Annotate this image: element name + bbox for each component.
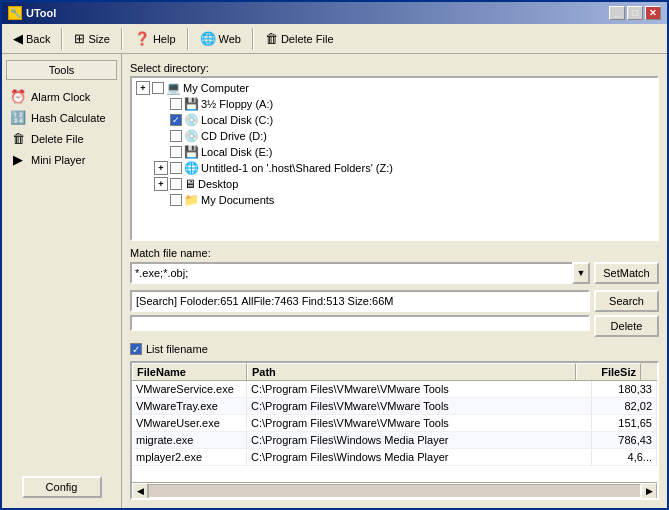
minimize-button[interactable]: _	[609, 6, 625, 20]
sidebar-header: Tools	[6, 60, 117, 80]
sidebar-item-alarm-clock[interactable]: ⏰ Alarm Clock	[2, 86, 121, 107]
toolbar-sep-3	[187, 28, 189, 50]
checkbox-local-c[interactable]: ✓	[170, 114, 182, 126]
cell-path: C:\Program Files\Windows Media Player	[247, 449, 592, 465]
title-bar-buttons: _ □ ✕	[609, 6, 661, 20]
checkbox-my-computer[interactable]	[152, 82, 164, 94]
scroll-right-button[interactable]: ▶	[641, 483, 657, 499]
tree-item-cd-d[interactable]: 💿 CD Drive (D:)	[134, 128, 655, 144]
delete-file-toolbar-button[interactable]: 🗑 Delete File	[258, 28, 341, 49]
sidebar-item-mini-player[interactable]: ▶ Mini Player	[2, 149, 121, 170]
delete-file-toolbar-icon: 🗑	[265, 31, 278, 46]
app-icon: 🔧	[8, 6, 22, 20]
toolbar: ◀ Back ⊞ Size ❓ Help 🌐 Web 🗑 Delete File	[2, 24, 667, 54]
col-header-filesize[interactable]: FileSiz	[576, 363, 641, 380]
label-local-c: Local Disk (C:)	[201, 114, 273, 126]
alarm-clock-icon: ⏰	[10, 89, 26, 104]
sidebar-item-delete-file[interactable]: 🗑 Delete File	[2, 128, 121, 149]
checkbox-local-e[interactable]	[170, 146, 182, 158]
cell-filesize: 82,02	[592, 398, 657, 414]
horizontal-scrollbar[interactable]: ◀ ▶	[132, 482, 657, 498]
col-header-path[interactable]: Path	[247, 363, 576, 380]
directory-tree[interactable]: + 💻 My Computer 💾 3½ Floppy (A:)	[130, 76, 659, 241]
label-desktop: Desktop	[198, 178, 238, 190]
main-window: 🔧 UTool _ □ ✕ ◀ Back ⊞ Size ❓ Help 🌐 Web	[0, 0, 669, 510]
status-row: [Search] Foloder:651 AllFile:7463 Find:5…	[130, 290, 659, 312]
back-icon: ◀	[13, 31, 23, 46]
tree-item-local-c[interactable]: ✓ 💿 Local Disk (C:)	[134, 112, 655, 128]
sidebar: Tools ⏰ Alarm Clock 🔢 Hash Calculate 🗑 D…	[2, 54, 122, 508]
main-layout: Tools ⏰ Alarm Clock 🔢 Hash Calculate 🗑 D…	[2, 54, 667, 508]
progress-row: Delete	[130, 315, 659, 337]
table-row[interactable]: VMwareTray.exe C:\Program Files\VMware\V…	[132, 398, 657, 415]
label-floppy: 3½ Floppy (A:)	[201, 98, 273, 110]
checkbox-floppy[interactable]	[170, 98, 182, 110]
back-button[interactable]: ◀ Back	[6, 28, 57, 49]
match-input[interactable]	[130, 262, 572, 284]
expander-shared-z[interactable]: +	[154, 161, 168, 175]
progress-bar	[130, 315, 590, 331]
label-my-documents: My Documents	[201, 194, 274, 206]
cell-filesize: 180,33	[592, 381, 657, 397]
checkbox-desktop[interactable]	[170, 178, 182, 190]
help-icon: ❓	[134, 31, 150, 46]
tree-item-shared-z[interactable]: + 🌐 Untitled-1 on '.host\Shared Folders'…	[134, 160, 655, 176]
col-header-filename[interactable]: FileName	[132, 363, 247, 380]
sidebar-item-hash-calculate[interactable]: 🔢 Hash Calculate	[2, 107, 121, 128]
tree-item-my-computer[interactable]: + 💻 My Computer	[134, 80, 655, 96]
mini-player-label: Mini Player	[31, 154, 85, 166]
toolbar-sep-2	[121, 28, 123, 50]
cell-filename: VMwareTray.exe	[132, 398, 247, 414]
delete-file-label: Delete File	[31, 133, 84, 145]
scroll-left-button[interactable]: ◀	[132, 483, 148, 499]
mini-player-icon: ▶	[10, 152, 26, 167]
scroll-track[interactable]	[148, 484, 641, 498]
table-row[interactable]: mplayer2.exe C:\Program Files\Windows Me…	[132, 449, 657, 466]
match-file-label: Match file name:	[130, 247, 659, 259]
cell-filename: VMwareUser.exe	[132, 415, 247, 431]
tree-item-floppy[interactable]: 💾 3½ Floppy (A:)	[134, 96, 655, 112]
title-bar-left: 🔧 UTool	[8, 6, 56, 20]
list-filename-checkbox[interactable]: ✓	[130, 343, 142, 355]
search-button[interactable]: Search	[594, 290, 659, 312]
web-button[interactable]: 🌐 Web	[193, 28, 248, 49]
icon-shared-z: 🌐	[184, 161, 199, 175]
select-dir-label: Select directory:	[130, 62, 659, 74]
expander-desktop[interactable]: +	[154, 177, 168, 191]
content-area: Select directory: + 💻 My Computer 💾	[122, 54, 667, 508]
expander-local-c	[154, 113, 168, 127]
help-button[interactable]: ❓ Help	[127, 28, 183, 49]
cell-filesize: 786,43	[592, 432, 657, 448]
expander-my-computer[interactable]: +	[136, 81, 150, 95]
checkbox-shared-z[interactable]	[170, 162, 182, 174]
table-row[interactable]: VMwareService.exe C:\Program Files\VMwar…	[132, 381, 657, 398]
table-row[interactable]: migrate.exe C:\Program Files\Windows Med…	[132, 432, 657, 449]
cell-path: C:\Program Files\Windows Media Player	[247, 432, 592, 448]
maximize-button[interactable]: □	[627, 6, 643, 20]
back-label: Back	[26, 33, 50, 45]
file-table: FileName Path FileSiz VMwareService.exe …	[130, 361, 659, 500]
tree-item-my-documents[interactable]: 📁 My Documents	[134, 192, 655, 208]
table-body[interactable]: VMwareService.exe C:\Program Files\VMwar…	[132, 381, 657, 482]
match-dropdown-button[interactable]: ▼	[572, 262, 590, 284]
size-button[interactable]: ⊞ Size	[67, 28, 116, 49]
tree-item-local-e[interactable]: 💾 Local Disk (E:)	[134, 144, 655, 160]
cell-path: C:\Program Files\VMware\VMware Tools	[247, 381, 592, 397]
cell-filesize: 151,65	[592, 415, 657, 431]
delete-button[interactable]: Delete	[594, 315, 659, 337]
delete-file-sidebar-icon: 🗑	[10, 131, 26, 146]
table-row[interactable]: VMwareUser.exe C:\Program Files\VMware\V…	[132, 415, 657, 432]
select-dir-section: Select directory: + 💻 My Computer 💾	[130, 62, 659, 241]
match-file-section: Match file name: ▼ SetMatch	[130, 247, 659, 284]
checkbox-cd-d[interactable]	[170, 130, 182, 142]
checkbox-my-documents[interactable]	[170, 194, 182, 206]
config-button[interactable]: Config	[22, 476, 102, 498]
expander-floppy	[154, 97, 168, 111]
expander-local-e	[154, 145, 168, 159]
tree-item-desktop[interactable]: + 🖥 Desktop	[134, 176, 655, 192]
cell-filename: mplayer2.exe	[132, 449, 247, 465]
setmatch-button[interactable]: SetMatch	[594, 262, 659, 284]
action-section: [Search] Foloder:651 AllFile:7463 Find:5…	[130, 290, 659, 337]
list-filename-row: ✓ List filename	[130, 343, 659, 355]
close-button[interactable]: ✕	[645, 6, 661, 20]
